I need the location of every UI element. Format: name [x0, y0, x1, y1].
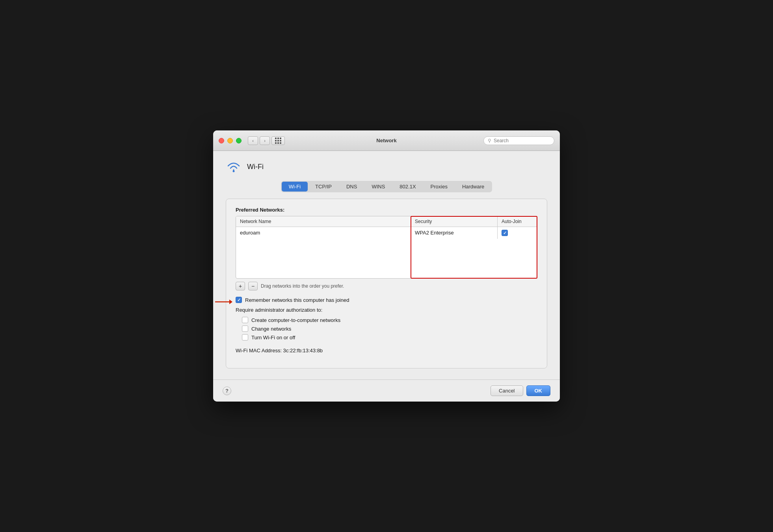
- grid-icon: [275, 138, 281, 144]
- wifi-icon: [226, 160, 242, 173]
- minimize-button[interactable]: [227, 138, 233, 143]
- remove-network-button[interactable]: −: [248, 282, 258, 290]
- bottom-bar: ? Cancel OK: [213, 379, 560, 402]
- remember-networks-checkbox[interactable]: ✓: [236, 297, 242, 303]
- add-network-button[interactable]: +: [236, 282, 245, 290]
- traffic-lights: [219, 138, 242, 143]
- main-content: Wi-Fi Wi-Fi TCP/IP DNS WINS 802.1X Proxi…: [213, 151, 560, 379]
- options-section: ✓ Remember networks this computer has jo…: [236, 297, 537, 354]
- sub-option-2: Change networks: [242, 326, 537, 332]
- table-header: Network Name Security Auto-Join: [236, 216, 537, 227]
- autojoin-checkbox[interactable]: ✓: [502, 230, 508, 236]
- search-box[interactable]: ⚲: [483, 136, 554, 145]
- page-header: Wi-Fi: [226, 160, 547, 173]
- remember-checkmark-icon: ✓: [237, 298, 241, 302]
- sub-option-3: Turn Wi-Fi on or off: [242, 334, 537, 340]
- window-title: Network: [376, 138, 396, 143]
- search-input[interactable]: [494, 138, 550, 143]
- tab-hardware[interactable]: Hardware: [455, 182, 491, 192]
- mac-address-row: Wi-Fi MAC Address: 3c:22:fb:13:43:8b: [236, 347, 537, 354]
- tab-wifi[interactable]: Wi-Fi: [282, 182, 308, 192]
- forward-button[interactable]: ›: [260, 136, 270, 145]
- add-remove-bar: + − Drag networks into the order you pre…: [236, 282, 537, 290]
- require-admin-label: Require administrator authorization to:: [236, 307, 537, 313]
- create-networks-checkbox[interactable]: [242, 317, 248, 323]
- tabs-container: Wi-Fi TCP/IP DNS WINS 802.1X Proxies Har…: [226, 181, 547, 192]
- tab-proxies[interactable]: Proxies: [424, 182, 455, 192]
- drag-hint: Drag networks into the order you prefer.: [261, 283, 344, 289]
- networks-table-wrapper: Network Name Security Auto-Join eduroam …: [236, 216, 537, 279]
- mac-address-text: Wi-Fi MAC Address: 3c:22:fb:13:43:8b: [236, 348, 323, 353]
- maximize-button[interactable]: [236, 138, 242, 143]
- col-autojoin: Auto-Join: [498, 216, 537, 227]
- col-network-name: Network Name: [236, 216, 411, 227]
- tab-wins[interactable]: WINS: [364, 182, 392, 192]
- nav-buttons: ‹ ›: [248, 136, 270, 145]
- arrow-indicator: [214, 298, 232, 306]
- help-button[interactable]: ?: [223, 387, 231, 395]
- close-button[interactable]: [219, 138, 224, 143]
- action-buttons: Cancel OK: [491, 385, 550, 396]
- change-networks-checkbox[interactable]: [242, 326, 248, 332]
- tabs: Wi-Fi TCP/IP DNS WINS 802.1X Proxies Har…: [281, 181, 492, 192]
- networks-table: Network Name Security Auto-Join eduroam …: [236, 216, 537, 279]
- remember-networks-row: ✓ Remember networks this computer has jo…: [236, 297, 537, 303]
- search-icon: ⚲: [488, 138, 491, 143]
- checkmark-icon: ✓: [503, 231, 507, 235]
- preferred-networks-label: Preferred Networks:: [236, 207, 537, 213]
- turn-wifi-label: Turn Wi-Fi on or off: [251, 335, 295, 340]
- table-row[interactable]: eduroam WPA2 Enterprise ✓: [236, 227, 537, 239]
- page-title: Wi-Fi: [247, 163, 264, 171]
- tab-dns[interactable]: DNS: [339, 182, 364, 192]
- wifi-panel: Preferred Networks: Network Name Securit…: [226, 199, 547, 368]
- remember-networks-label: Remember networks this computer has join…: [245, 297, 349, 303]
- svg-point-0: [233, 170, 235, 172]
- autojoin-cell: ✓: [498, 227, 537, 239]
- ok-button[interactable]: OK: [526, 385, 551, 396]
- tab-tcpip[interactable]: TCP/IP: [308, 182, 339, 192]
- grid-button[interactable]: [271, 136, 285, 145]
- title-bar: ‹ › Network ⚲: [213, 130, 560, 151]
- table-body: eduroam WPA2 Enterprise ✓: [236, 227, 537, 278]
- sub-option-1: Create computer-to-computer networks: [242, 317, 537, 323]
- tab-8021x[interactable]: 802.1X: [392, 182, 423, 192]
- change-networks-label: Change networks: [251, 326, 291, 332]
- security-cell: WPA2 Enterprise: [411, 227, 498, 239]
- cancel-button[interactable]: Cancel: [491, 385, 523, 396]
- network-name-cell: eduroam: [236, 227, 411, 239]
- svg-marker-2: [229, 299, 232, 304]
- back-button[interactable]: ‹: [248, 136, 258, 145]
- create-networks-label: Create computer-to-computer networks: [251, 317, 340, 323]
- turn-wifi-checkbox[interactable]: [242, 334, 248, 340]
- col-security: Security: [411, 216, 498, 227]
